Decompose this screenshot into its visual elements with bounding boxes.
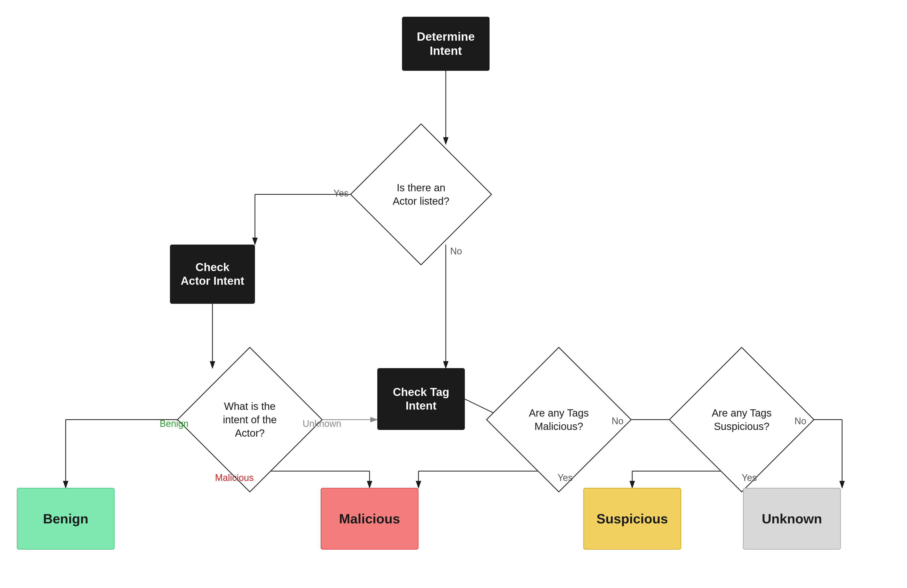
benign-arrow-label: Benign [160, 418, 189, 429]
determine-intent-label: Determine Intent [417, 30, 475, 58]
is-actor-listed-label: Is there anActor listed? [393, 181, 449, 208]
any-tags-malicious-diamond: Are any TagsMalicious? [507, 368, 611, 471]
suspicious-result-label: Suspicious [596, 511, 668, 527]
unknown-result-label: Unknown [762, 511, 822, 527]
suspicious-result-node: Suspicious [583, 488, 681, 550]
check-tag-intent-label: Check Tag Intent [393, 385, 449, 413]
benign-result-node: Benign [17, 488, 115, 550]
yes-actor-label: Yes [333, 188, 349, 199]
no-actor-label: No [450, 246, 462, 257]
yes-suspicious-label: Yes [742, 473, 757, 483]
benign-result-label: Benign [43, 511, 88, 527]
unknown-result-node: Unknown [743, 488, 841, 550]
check-actor-intent-node: Check Actor Intent [170, 245, 255, 304]
what-is-intent-label: What is theintent of theActor? [223, 399, 277, 440]
malicious-result-node: Malicious [320, 488, 418, 550]
any-tags-malicious-label: Are any TagsMalicious? [529, 406, 589, 433]
any-tags-suspicious-label: Are any TagsSuspicious? [712, 406, 772, 433]
determine-intent-node: Determine Intent [402, 17, 490, 71]
is-actor-listed-diamond: Is there anActor listed? [371, 144, 471, 245]
what-is-intent-diamond: What is theintent of theActor? [198, 368, 301, 471]
check-tag-intent-node: Check Tag Intent [377, 368, 465, 430]
malicious-result-label: Malicious [339, 511, 400, 527]
no-suspicious-label: No [795, 416, 806, 426]
yes-malicious-label: Yes [558, 473, 573, 483]
check-actor-intent-label: Check Actor Intent [181, 261, 244, 288]
flowchart: Determine Intent Is there anActor listed… [0, 0, 907, 588]
malicious-arrow-label: Malicious [215, 473, 254, 483]
no-malicious-label: No [612, 416, 623, 426]
unknown-arrow-label: Unknown [303, 418, 341, 429]
any-tags-suspicious-diamond: Are any TagsSuspicious? [690, 368, 793, 471]
